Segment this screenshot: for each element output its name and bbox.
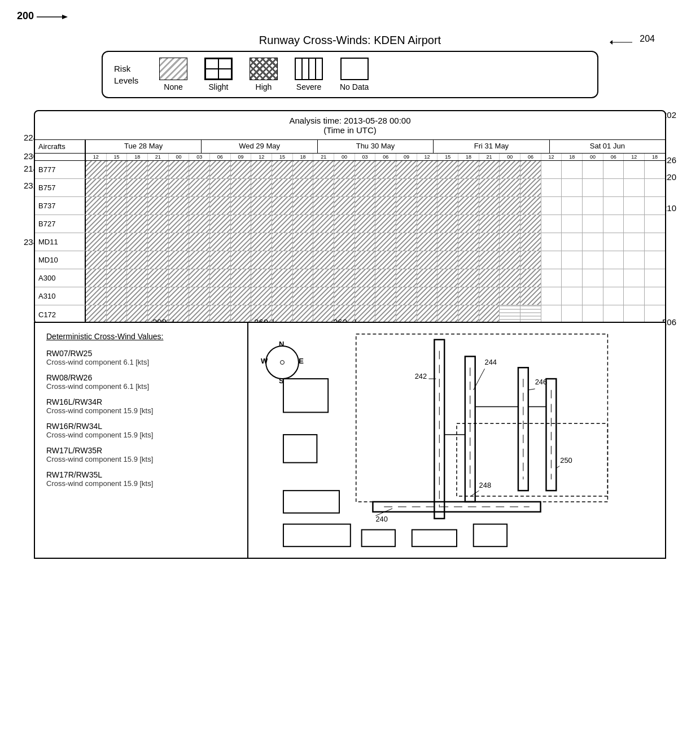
data-cell	[375, 233, 396, 251]
data-cell	[272, 215, 293, 233]
table-row: A300	[35, 269, 665, 287]
data-cell	[603, 251, 624, 269]
svg-rect-41	[412, 529, 457, 546]
data-cell	[107, 269, 128, 287]
data-cell	[583, 233, 603, 251]
data-cell	[272, 179, 293, 196]
data-cell	[417, 197, 438, 214]
data-cell	[293, 233, 314, 251]
data-cell	[375, 161, 396, 178]
data-cell	[541, 269, 562, 287]
svg-rect-42	[474, 524, 507, 547]
data-cell	[583, 179, 603, 196]
hours-row: 1215182100030609121518210003060912151821…	[35, 154, 665, 161]
row-cells	[86, 197, 665, 214]
data-cell	[334, 233, 355, 251]
aircraft-label: MD10	[35, 251, 86, 269]
data-cell	[210, 305, 231, 323]
data-cell	[438, 161, 458, 178]
data-cell	[148, 269, 169, 287]
day-header-fri: Fri 31 May	[434, 140, 549, 153]
hour-cell: 00	[169, 154, 190, 160]
data-cell	[107, 251, 128, 269]
table-row: B757	[35, 179, 665, 197]
aircraft-label: A300	[35, 269, 86, 287]
svg-text:244: 244	[485, 358, 497, 366]
hour-cell: 18	[562, 154, 583, 160]
data-cell	[231, 179, 252, 196]
data-cell	[107, 305, 128, 323]
data-cell	[438, 269, 458, 287]
data-cell	[148, 179, 169, 196]
data-cell	[231, 305, 252, 323]
legend-box: Risk Levels None Slight High Severe No D…	[102, 51, 598, 98]
data-cell	[417, 161, 438, 178]
data-cell	[231, 215, 252, 233]
data-cell	[127, 233, 148, 251]
data-cell	[313, 305, 334, 323]
aircraft-label: C172	[35, 305, 86, 323]
data-cell	[293, 215, 314, 233]
data-cell	[86, 197, 107, 214]
data-cell	[396, 233, 417, 251]
table-row: B727	[35, 215, 665, 233]
data-cell	[127, 161, 148, 178]
data-cell	[334, 251, 355, 269]
hour-cell: 18	[127, 154, 148, 160]
data-cell	[624, 179, 645, 196]
wind-runway-5: RW17R/RW35L	[46, 470, 236, 479]
data-cell	[355, 269, 376, 287]
svg-rect-36	[283, 379, 328, 412]
data-cell	[417, 179, 438, 196]
row-cells	[86, 287, 665, 305]
data-cell	[127, 251, 148, 269]
data-cell	[169, 251, 190, 269]
data-cell	[169, 269, 190, 287]
data-cell	[272, 161, 293, 178]
data-cell	[624, 233, 645, 251]
data-cell	[417, 287, 438, 305]
svg-text:248: 248	[479, 481, 491, 489]
wind-runway-4: RW17L/RW35R	[46, 446, 236, 455]
data-cell	[458, 305, 479, 323]
data-cell	[86, 251, 107, 269]
data-cell	[189, 269, 210, 287]
legend-high: High	[250, 58, 278, 91]
data-cell	[231, 161, 252, 178]
data-cell	[583, 161, 603, 178]
data-cell	[520, 287, 541, 305]
data-cell	[458, 287, 479, 305]
data-cell	[107, 161, 128, 178]
wind-value-0: Cross-wind component 6.1 [kts]	[46, 358, 236, 366]
data-cell	[541, 305, 562, 323]
data-cell	[189, 197, 210, 214]
wind-value-5: Cross-wind component 15.9 [kts]	[46, 479, 236, 488]
aircraft-label: B727	[35, 215, 86, 233]
data-cell	[107, 179, 128, 196]
data-cell	[438, 197, 458, 214]
data-cell	[313, 179, 334, 196]
hour-cell: 00	[583, 154, 603, 160]
data-cell	[375, 251, 396, 269]
data-cell	[396, 197, 417, 214]
svg-line-65	[528, 389, 535, 390]
wind-entry-3: RW16R/RW34L Cross-wind component 15.9 [k…	[46, 422, 236, 439]
data-cell	[479, 197, 500, 214]
data-cell	[210, 161, 231, 178]
data-cell	[603, 287, 624, 305]
data-cell	[210, 269, 231, 287]
data-cell	[458, 215, 479, 233]
hour-cell: 21	[479, 154, 500, 160]
data-cell	[231, 197, 252, 214]
day-header-thu: Thu 30 May	[318, 140, 434, 153]
hour-cell: 12	[417, 154, 438, 160]
data-cell	[603, 305, 624, 323]
legend-none: None	[159, 58, 187, 91]
svg-text:242: 242	[415, 372, 427, 380]
wind-value-4: Cross-wind component 15.9 [kts]	[46, 455, 236, 463]
data-cell	[189, 251, 210, 269]
hour-cell: 03	[355, 154, 376, 160]
data-cell	[396, 269, 417, 287]
data-cell	[541, 161, 562, 178]
data-cell	[603, 179, 624, 196]
